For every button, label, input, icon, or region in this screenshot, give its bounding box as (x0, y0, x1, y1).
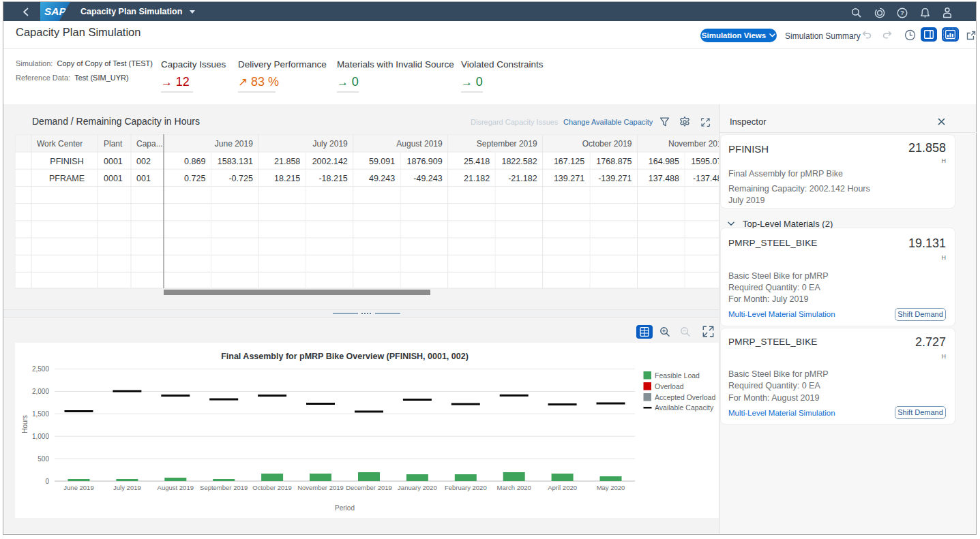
svg-text:Period: Period (335, 504, 355, 512)
svg-text:-18.215: -18.215 (318, 174, 347, 183)
svg-text:2,500: 2,500 (32, 365, 49, 373)
svg-text:139.271: 139.271 (554, 174, 584, 183)
svg-text:500: 500 (38, 455, 49, 463)
svg-text:21.858: 21.858 (274, 157, 300, 166)
svg-text:November 2019: November 2019 (668, 139, 719, 149)
svg-text:April 2020: April 2020 (548, 484, 577, 491)
svg-text:Final Assembly for pMRP Bike O: Final Assembly for pMRP Bike Overview (P… (221, 352, 469, 361)
svg-text:June 2019: June 2019 (215, 139, 253, 149)
svg-text:Capa...: Capa... (136, 139, 163, 149)
svg-text:September 2019: September 2019 (200, 484, 248, 491)
svg-text:1,500: 1,500 (32, 410, 49, 418)
svg-text:-49.243: -49.243 (413, 174, 442, 183)
svg-text:?: ? (900, 9, 904, 16)
svg-text:002: 002 (136, 157, 151, 166)
svg-text:-0.725: -0.725 (228, 174, 252, 183)
svg-text:Accepted Overload: Accepted Overload (655, 393, 715, 401)
svg-text:August 2019: August 2019 (396, 139, 443, 149)
svg-text:October 2019: October 2019 (582, 139, 632, 149)
svg-text:-139.271: -139.271 (598, 174, 632, 183)
svg-text:0.725: 0.725 (184, 174, 205, 183)
svg-text:September 2019: September 2019 (477, 139, 537, 149)
svg-text:49.243: 49.243 (369, 174, 395, 183)
svg-text:February 2020: February 2020 (445, 484, 487, 491)
svg-text:January 2020: January 2020 (398, 484, 437, 491)
svg-text:August 2019: August 2019 (158, 484, 194, 491)
svg-text:Hours: Hours (21, 415, 29, 433)
svg-text:November 2019: November 2019 (297, 484, 344, 491)
svg-text:Available Capacity: Available Capacity (655, 403, 714, 412)
svg-text:2002.142: 2002.142 (312, 157, 348, 166)
svg-text:137.488: 137.488 (649, 174, 679, 183)
svg-text:July 2019: July 2019 (312, 139, 348, 149)
svg-text:2,000: 2,000 (32, 388, 49, 395)
svg-text:PFINISH: PFINISH (50, 157, 83, 166)
svg-text:1595.072: 1595.072 (691, 157, 719, 166)
svg-text:Overload: Overload (655, 382, 684, 390)
svg-text:25.418: 25.418 (464, 157, 490, 166)
svg-text:167.125: 167.125 (554, 157, 584, 166)
svg-text:March 2020: March 2020 (497, 484, 531, 491)
svg-text:October 2019: October 2019 (252, 484, 292, 491)
svg-text:PFRAME: PFRAME (49, 174, 85, 183)
svg-text:001: 001 (136, 174, 151, 183)
svg-text:Work Center: Work Center (37, 139, 83, 149)
svg-text:0001: 0001 (104, 174, 123, 183)
svg-text:-137.488: -137.488 (693, 174, 719, 183)
svg-text:21.182: 21.182 (464, 174, 490, 183)
svg-text:Feasible Load: Feasible Load (655, 371, 700, 380)
svg-text:1876.909: 1876.909 (407, 157, 443, 166)
svg-text:59.091: 59.091 (369, 157, 395, 166)
svg-text:-21.182: -21.182 (508, 174, 537, 183)
svg-text:May 2020: May 2020 (597, 484, 625, 491)
svg-text:1822.582: 1822.582 (501, 157, 537, 166)
svg-text:164.985: 164.985 (649, 157, 679, 166)
svg-text:0001: 0001 (104, 157, 123, 166)
svg-text:June 2019: June 2019 (63, 484, 93, 491)
svg-text:0: 0 (45, 478, 49, 485)
svg-text:1583.131: 1583.131 (218, 157, 253, 166)
svg-text:18.215: 18.215 (274, 174, 300, 183)
svg-text:Plant: Plant (104, 139, 123, 149)
svg-text:1,000: 1,000 (32, 433, 49, 440)
svg-text:0.869: 0.869 (184, 157, 205, 166)
svg-text:December 2019: December 2019 (346, 484, 392, 491)
svg-text:July 2019: July 2019 (113, 484, 141, 491)
svg-text:1768.875: 1768.875 (596, 157, 632, 166)
